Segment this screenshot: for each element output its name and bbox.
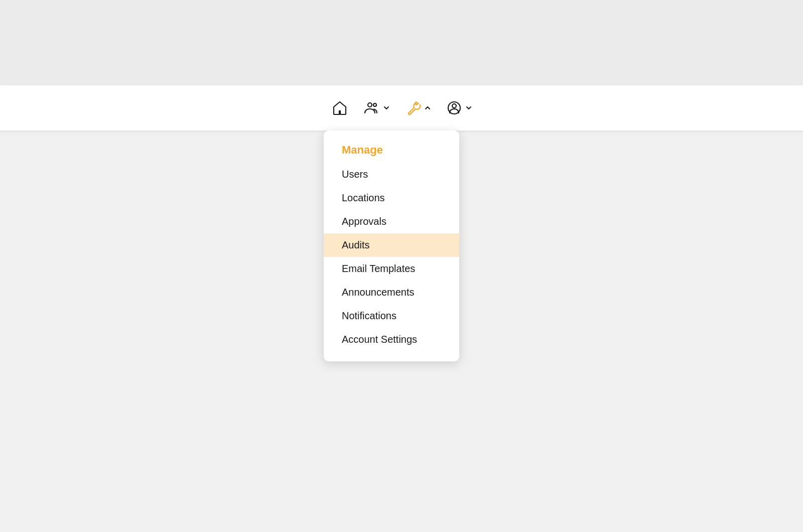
manage-chevron-up-icon xyxy=(424,104,431,111)
users-chevron-icon xyxy=(383,104,390,111)
svg-point-1 xyxy=(373,103,376,106)
home-icon xyxy=(331,99,349,117)
wrench-icon xyxy=(404,99,422,117)
top-gray-area xyxy=(0,0,803,85)
menu-item-audits[interactable]: Audits xyxy=(324,233,459,257)
nav-icons xyxy=(326,95,477,121)
nav-home[interactable] xyxy=(326,95,354,121)
navbar xyxy=(0,85,803,130)
nav-manage[interactable] xyxy=(399,95,436,121)
account-chevron-icon xyxy=(465,104,472,111)
svg-point-3 xyxy=(452,104,456,108)
menu-item-approvals[interactable]: Approvals xyxy=(324,210,459,233)
menu-item-locations[interactable]: Locations xyxy=(324,186,459,210)
svg-point-0 xyxy=(368,103,372,107)
dropdown-menu: Manage Users Locations Approvals Audits … xyxy=(324,130,459,361)
users-icon xyxy=(363,99,381,117)
menu-item-users[interactable]: Users xyxy=(324,163,459,186)
dropdown-container: Manage Users Locations Approvals Audits … xyxy=(324,130,459,361)
menu-item-email-templates[interactable]: Email Templates xyxy=(324,257,459,281)
dropdown-header: Manage xyxy=(324,141,459,163)
nav-users[interactable] xyxy=(358,95,395,121)
menu-item-notifications[interactable]: Notifications xyxy=(324,304,459,328)
menu-item-account-settings[interactable]: Account Settings xyxy=(324,328,459,351)
account-icon xyxy=(445,99,463,117)
menu-item-announcements[interactable]: Announcements xyxy=(324,281,459,304)
nav-account[interactable] xyxy=(440,95,477,121)
